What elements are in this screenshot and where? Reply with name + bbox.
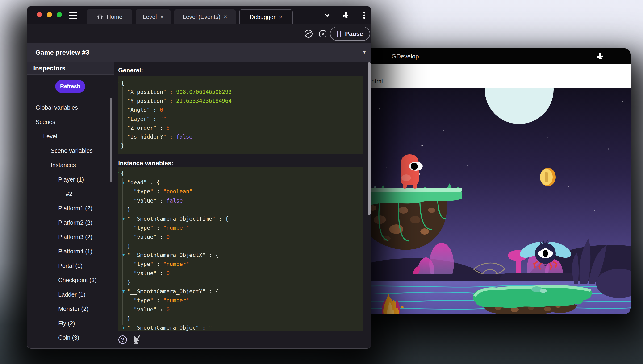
- profiler-gauge-icon[interactable]: [304, 29, 313, 38]
- game-scene[interactable]: [344, 88, 631, 314]
- json-key: "value": [134, 198, 157, 204]
- tree-item-2[interactable]: #2: [27, 187, 114, 201]
- tree-item-platform2-2[interactable]: Platform2 (2): [27, 216, 114, 230]
- tree-item-movingplatform-1[interactable]: MovingPlatform (1): [27, 345, 114, 349]
- collapse-triangle-icon[interactable]: ▼: [122, 178, 125, 187]
- tab-debugger[interactable]: Debugger×: [239, 9, 293, 24]
- json-key: "type": [134, 188, 153, 194]
- close-window-button[interactable]: [37, 12, 42, 17]
- json-colon: :: [157, 270, 167, 276]
- json-row[interactable]: ▼"__SmoothCamera_ObjectTime" : {: [118, 214, 363, 224]
- collapse-triangle-icon[interactable]: ▼: [122, 287, 125, 296]
- game-preview-selector[interactable]: Game preview #3 ▼: [27, 44, 371, 62]
- tree-item-ladder-1[interactable]: Ladder (1): [27, 288, 114, 302]
- json-row[interactable]: "value" : 0: [118, 305, 363, 314]
- close-tab-icon[interactable]: ×: [224, 13, 227, 20]
- json-row[interactable]: ▼"__SmoothCamera_ObjectX" : {: [118, 250, 363, 260]
- json-row[interactable]: }: [118, 242, 363, 250]
- help-icon[interactable]: ?: [118, 336, 127, 344]
- collapse-triangle-icon[interactable]: ▼: [122, 250, 125, 260]
- refresh-button[interactable]: Refresh: [55, 80, 85, 93]
- tree-item-platform4-1[interactable]: Platform4 (1): [27, 244, 114, 258]
- hamburger-menu-icon[interactable]: [69, 12, 77, 20]
- tree-item-portal-1[interactable]: Portal (1): [27, 258, 114, 273]
- json-value: "number": [163, 297, 189, 304]
- game-address-bar[interactable]: html: [344, 64, 631, 88]
- inspector-tree: Global variablesScenesLevelScene variabl…: [27, 100, 114, 349]
- maximize-window-button[interactable]: [57, 12, 62, 17]
- close-tab-icon[interactable]: ×: [279, 14, 282, 21]
- json-key: "__SmoothCamera_ObjectY": [127, 288, 205, 294]
- tree-item-platform1-2[interactable]: Platform1 (2): [27, 201, 114, 216]
- json-key: "Is hidden?": [127, 134, 166, 140]
- json-row[interactable]: }: [118, 314, 363, 323]
- panel-scrollbar[interactable]: [368, 62, 371, 215]
- tree-item-global-variables[interactable]: Global variables: [27, 100, 114, 115]
- kebab-menu-icon[interactable]: [363, 6, 365, 24]
- tab-label: Level (Events): [183, 14, 221, 20]
- json-row[interactable]: }: [118, 205, 363, 214]
- tab-strip: HomeLevel×Level (Events)×Debugger×: [87, 9, 293, 24]
- json-value: 21.65334236184964: [176, 98, 232, 104]
- collapse-triangle-icon[interactable]: ▼: [118, 78, 119, 88]
- tree-item-platform3-2[interactable]: Platform3 (2): [27, 230, 114, 244]
- inspector-footer: ?: [114, 331, 371, 348]
- collapse-triangle-icon[interactable]: ▼: [122, 214, 125, 224]
- json-row[interactable]: "Layer" : "": [118, 114, 363, 123]
- pick-element-off-icon[interactable]: [133, 334, 142, 345]
- json-row[interactable]: }: [118, 141, 363, 150]
- general-json-view[interactable]: ▼{"X position" : 908.0706146508293"Y pos…: [118, 76, 363, 154]
- instance-variables-json-view[interactable]: ▼{▼"dead" : {"type" : "boolean""value" :…: [118, 167, 363, 333]
- game-preview-label: Game preview #3: [35, 44, 89, 62]
- collapse-triangle-icon[interactable]: ▼: [118, 169, 119, 178]
- game-preview-window: GDevelop html: [344, 48, 631, 314]
- json-row[interactable]: "value" : false: [118, 196, 363, 205]
- tree-item-instances[interactable]: Instances: [27, 158, 114, 172]
- json-row[interactable]: "Y position" : 21.65334236184964: [118, 96, 363, 106]
- json-row[interactable]: "type" : "number": [118, 223, 363, 232]
- json-value: 908.0706146508293: [176, 89, 232, 95]
- json-value: }: [127, 316, 131, 322]
- tree-item-checkpoint-3[interactable]: Checkpoint (3): [27, 273, 114, 288]
- pause-button[interactable]: Pause: [330, 27, 370, 41]
- tree-item-coin-3[interactable]: Coin (3): [27, 330, 114, 345]
- extensions-puzzle-icon[interactable]: [342, 6, 349, 24]
- json-row[interactable]: ▼{: [118, 78, 363, 88]
- tab-home[interactable]: Home: [87, 9, 132, 24]
- json-row[interactable]: }: [118, 278, 363, 287]
- tree-item-monster-2[interactable]: Monster (2): [27, 302, 114, 316]
- json-colon: :: [153, 188, 163, 194]
- json-row[interactable]: "value" : 0: [118, 232, 363, 242]
- json-row[interactable]: "type" : "number": [118, 296, 363, 305]
- minimize-window-button[interactable]: [47, 12, 52, 17]
- json-row[interactable]: ▼"dead" : {: [118, 178, 363, 187]
- close-tab-icon[interactable]: ×: [160, 13, 164, 20]
- puzzle-icon[interactable]: [596, 52, 604, 60]
- json-row[interactable]: "Angle" : 0: [118, 106, 363, 114]
- json-row[interactable]: "type" : "number": [118, 260, 363, 269]
- json-colon: :: [153, 225, 163, 231]
- json-row[interactable]: "type" : "boolean": [118, 187, 363, 196]
- tree-item-fly-2[interactable]: Fly (2): [27, 316, 114, 330]
- json-value: false: [176, 134, 193, 140]
- tree-item-scenes[interactable]: Scenes: [27, 115, 114, 129]
- json-key: "type": [134, 297, 153, 304]
- console-icon[interactable]: [319, 30, 327, 38]
- json-row[interactable]: "X position" : 908.0706146508293: [118, 88, 363, 96]
- chevron-down-icon[interactable]: [323, 6, 331, 24]
- json-row[interactable]: ▼{: [118, 169, 363, 178]
- tab-level[interactable]: Level×: [136, 9, 171, 24]
- game-window-title: GDevelop: [392, 48, 419, 64]
- tab-level-events[interactable]: Level (Events)×: [174, 9, 236, 24]
- tree-item-level[interactable]: Level: [27, 129, 114, 144]
- tree-item-player-1[interactable]: Player (1): [27, 172, 114, 187]
- json-row[interactable]: ▼"__SmoothCamera_ObjectY" : {: [118, 287, 363, 296]
- json-key: "Angle": [127, 107, 150, 113]
- json-row[interactable]: "Z order" : 6: [118, 123, 363, 132]
- home-icon: [97, 14, 103, 20]
- json-row[interactable]: "Is hidden?" : false: [118, 132, 363, 141]
- tab-label: Level: [143, 14, 157, 20]
- sidebar-scrollbar[interactable]: [110, 98, 112, 182]
- tree-item-scene-variables[interactable]: Scene variables: [27, 144, 114, 158]
- json-row[interactable]: "value" : 0: [118, 269, 363, 278]
